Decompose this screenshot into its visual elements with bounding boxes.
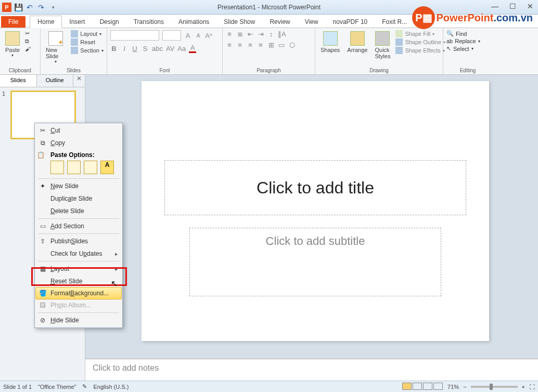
zoom-out-button[interactable]: − [463, 384, 466, 390]
slideshow-view-button[interactable] [433, 383, 443, 390]
ctx-add-section[interactable]: ▭Add Section [36, 220, 121, 232]
ctx-delete[interactable]: Delete Slide [36, 205, 121, 217]
zoom-slider[interactable] [471, 386, 518, 388]
shapes-button[interactable]: Shapes [318, 30, 342, 54]
status-language[interactable]: English (U.S.) [93, 384, 129, 390]
numbering-button[interactable]: ≣ [236, 30, 244, 38]
smartart-button[interactable]: ⬡ [288, 41, 296, 49]
clear-format-button[interactable]: Aᵃ [205, 32, 212, 40]
arrange-button[interactable]: Arrange [345, 30, 369, 54]
panel-close-button[interactable]: ✕ [73, 75, 85, 87]
redo-icon[interactable]: ↷ [36, 3, 46, 12]
align-left-button[interactable]: ≡ [226, 41, 233, 49]
sidetab-slides[interactable]: Slides [0, 75, 37, 87]
zoom-level[interactable]: 71% [447, 384, 459, 390]
sidetab-outline[interactable]: Outline [37, 75, 74, 87]
ctx-duplicate[interactable]: Duplicate Slide [36, 192, 121, 205]
tab-foxit[interactable]: Foxit R... [375, 16, 414, 28]
format-painter-button[interactable]: 🖌 [25, 46, 31, 52]
new-slide-button[interactable]: ✦New Slide▾ [44, 30, 68, 65]
paste-button[interactable]: Paste▾ [3, 30, 22, 59]
tab-novapdf[interactable]: novaPDF 10 [326, 16, 375, 28]
change-case-button[interactable]: Aa [177, 45, 186, 53]
ctx-check-updates[interactable]: Check for Updates [36, 247, 121, 260]
paste-opt-3[interactable] [84, 161, 97, 174]
zoom-in-button[interactable]: + [522, 384, 525, 390]
paste-opt-4[interactable]: A [100, 161, 114, 174]
decrease-indent-button[interactable]: ⇤ [247, 30, 254, 38]
strikethrough-button[interactable]: S [142, 45, 149, 53]
effects-icon [395, 47, 403, 54]
replace-button[interactable]: abReplace ▾ [446, 38, 480, 44]
italic-button[interactable]: I [121, 45, 128, 53]
tab-insert[interactable]: Insert [62, 16, 92, 28]
subtitle-placeholder[interactable]: Click to add subtitle [189, 228, 441, 296]
ctx-hide-slide[interactable]: ⊘Hide Slide [36, 314, 121, 326]
reading-view-button[interactable] [423, 383, 432, 390]
char-spacing-button[interactable]: AV [166, 45, 174, 53]
reset-button[interactable]: Reset [71, 38, 104, 46]
copy-button[interactable]: ⧉ [25, 38, 31, 45]
group-font: A A Aᵃ B I U S abc AV Aa A Font [107, 28, 223, 74]
align-center-button[interactable]: ≡ [236, 41, 244, 49]
bold-button[interactable]: B [110, 45, 118, 53]
ctx-cut[interactable]: ✂CuCutt [36, 124, 121, 137]
app-icon: P [2, 3, 11, 12]
slide-editor[interactable]: Click to add title Click to add subtitle… [85, 75, 538, 381]
font-name-combo[interactable] [110, 30, 159, 41]
align-right-button[interactable]: ≡ [247, 41, 254, 49]
tab-slideshow[interactable]: Slide Show [216, 16, 262, 28]
ctx-copy[interactable]: ⧉Copy [36, 137, 121, 149]
underline-button[interactable]: U [131, 45, 138, 53]
qat-dropdown-icon[interactable] [48, 3, 57, 12]
status-bar: Slide 1 of 1 "Office Theme" ✎ English (U… [0, 381, 538, 392]
tab-view[interactable]: View [298, 16, 326, 28]
title-placeholder[interactable]: Click to add title [164, 160, 466, 215]
text-direction-button[interactable]: ‖A [278, 30, 286, 38]
notes-pane[interactable]: Click to add notes [85, 359, 538, 381]
tab-review[interactable]: Review [262, 16, 297, 28]
bullets-button[interactable]: ≡ [226, 30, 233, 38]
shape-fill-button[interactable]: Shape Fill ▾ [395, 30, 445, 37]
ctx-publish[interactable]: ⇪Publish Slides [36, 235, 121, 247]
file-tab[interactable]: File [1, 16, 25, 28]
publish-icon: ⇪ [38, 237, 47, 246]
paste-opt-1[interactable] [50, 161, 64, 174]
select-button[interactable]: ↖Select ▾ [446, 45, 480, 52]
ctx-new-slide[interactable]: ✦New Slide [36, 180, 121, 192]
shape-outline-button[interactable]: Shape Outline ▾ [395, 38, 445, 46]
spellcheck-icon[interactable]: ✎ [82, 383, 87, 390]
ctx-layout[interactable]: ▦Layout [36, 263, 121, 275]
justify-button[interactable]: ≡ [257, 41, 264, 49]
increase-indent-button[interactable]: ⇥ [257, 30, 264, 38]
grow-font-button[interactable]: A [184, 32, 191, 40]
quick-styles-button[interactable]: Quick Styles [373, 30, 392, 60]
section-button[interactable]: Section ▾ [71, 47, 104, 54]
font-size-combo[interactable] [162, 30, 181, 41]
line-spacing-button[interactable]: ↕ [267, 30, 275, 38]
outline-icon [395, 38, 403, 46]
paste-opt-2[interactable] [67, 161, 81, 174]
tab-animations[interactable]: Animations [171, 16, 216, 28]
shrink-font-button[interactable]: A [195, 33, 202, 38]
cut-button[interactable]: ✂ [25, 30, 31, 37]
ctx-reset-slide[interactable]: Reset Slide [36, 275, 121, 288]
tab-transitions[interactable]: Transitions [126, 16, 171, 28]
context-menu: ✂CuCutt ⧉Copy 📋Paste Options: A ✦New Sli… [34, 123, 123, 328]
align-text-button[interactable]: ▭ [278, 41, 285, 49]
font-color-button[interactable]: A [189, 44, 196, 53]
find-button[interactable]: 🔍Find [446, 30, 480, 37]
layout-button[interactable]: Layout ▾ [71, 30, 104, 37]
normal-view-button[interactable] [402, 383, 412, 390]
shape-effects-button[interactable]: Shape Effects ▾ [395, 47, 445, 54]
save-icon[interactable]: 💾 [14, 3, 23, 12]
undo-icon[interactable]: ↶ [25, 3, 34, 12]
slide-canvas[interactable]: Click to add title Click to add subtitle [142, 81, 489, 341]
shadow-button[interactable]: abc [152, 45, 163, 53]
ctx-format-background[interactable]: 🪣Format Background... [35, 287, 122, 299]
tab-home[interactable]: Home [30, 16, 62, 28]
tab-design[interactable]: Design [92, 16, 126, 28]
columns-button[interactable]: ⊞ [267, 41, 275, 49]
sorter-view-button[interactable] [413, 383, 422, 390]
fit-to-window-button[interactable]: ⛶ [529, 384, 535, 390]
